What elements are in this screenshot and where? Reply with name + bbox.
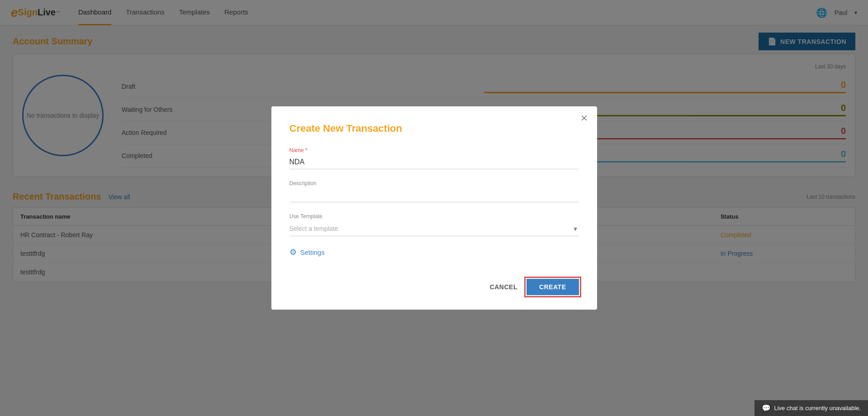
cancel-button[interactable]: CANCEL xyxy=(490,283,517,291)
description-label: Description xyxy=(289,180,579,186)
template-select[interactable]: Select a template xyxy=(289,221,579,236)
modal-title: Create New Transaction xyxy=(289,123,579,134)
description-input[interactable] xyxy=(289,188,579,202)
template-select-wrapper: Select a template ▾ xyxy=(289,221,579,236)
modal-close-button[interactable]: ✕ xyxy=(580,114,588,123)
name-input[interactable] xyxy=(289,155,579,169)
settings-link[interactable]: ⚙ Settings xyxy=(289,247,579,257)
create-transaction-modal: ✕ Create New Transaction Name * Descript… xyxy=(271,106,597,292)
name-label: Name * xyxy=(289,147,579,153)
description-field-group: Description xyxy=(289,180,579,202)
name-field-group: Name * xyxy=(289,147,579,169)
modal-footer: CANCEL CREATE xyxy=(289,279,579,292)
settings-label: Settings xyxy=(300,249,325,256)
use-template-label: Use Template xyxy=(289,213,579,220)
gear-icon: ⚙ xyxy=(289,247,297,257)
modal-overlay: ✕ Create New Transaction Name * Descript… xyxy=(0,0,868,292)
name-required-marker: * xyxy=(304,147,308,153)
create-button[interactable]: CREATE xyxy=(526,279,579,292)
template-field-group: Use Template Select a template ▾ xyxy=(289,213,579,236)
